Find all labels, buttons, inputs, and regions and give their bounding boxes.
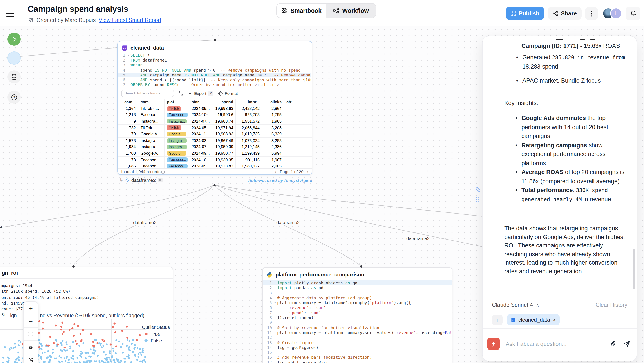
lock-canvas-button[interactable] (24, 340, 38, 353)
node-card-cleaned-data[interactable]: SQL cleaned_data 1∨SELECT *2FROM datafra… (117, 41, 312, 175)
fit-view-button[interactable] (24, 327, 38, 340)
view-smart-report-link[interactable]: View Latest Smart Report (99, 17, 161, 23)
code-line[interactable]: 3 (263, 290, 452, 295)
table-row[interactable]: 1,364TikTok - ...TikTok2024-09...19,993.… (118, 106, 312, 112)
code-line[interactable]: 14fig = go.Figure() (263, 345, 452, 350)
table-row[interactable]: 79Google A...Google ...2024-11-...19,968… (118, 131, 312, 138)
code-line[interactable]: 5∨platform_summary = dataframe2.groupby(… (263, 300, 452, 305)
search-table-columns-input[interactable] (121, 89, 174, 97)
zoom-in-button[interactable]: + (24, 302, 38, 315)
legend-item-false[interactable]: False (142, 338, 170, 343)
table-row[interactable]: 73Faceboo...Faceboo...2024-10-...19,930.… (118, 157, 312, 163)
code-line[interactable]: 15 (263, 350, 452, 355)
notifications-button[interactable] (626, 7, 640, 20)
code-line[interactable]: 4# Aggregate data by platform (ad group) (263, 295, 452, 300)
code-line[interactable]: 1∨SELECT * (118, 53, 312, 58)
avatar[interactable]: L (610, 8, 622, 19)
sql-code-editor[interactable]: 1∨SELECT *2FROM dataframe13WHERE4 spend … (118, 53, 312, 86)
code-line[interactable]: 17fig.add_trace(go.Bar( (263, 360, 452, 363)
table-row[interactable]: 1,578Instagra...Instagra...2024-03...19,… (118, 138, 312, 144)
code-line[interactable]: 1import plotly.graph_objects as go (263, 280, 452, 285)
prev-page-button[interactable]: ‹ (275, 169, 276, 174)
code-line[interactable]: 9 (263, 320, 452, 325)
edge-port[interactable] (360, 265, 362, 267)
share-button[interactable]: Share (548, 7, 582, 20)
clear-history-button[interactable]: Clear History (596, 302, 628, 308)
menu-icon[interactable] (6, 9, 17, 18)
next-page-button[interactable]: › (307, 169, 308, 174)
export-button[interactable]: Export ∨ (188, 90, 214, 96)
tab-workflow[interactable]: Workflow (326, 4, 376, 18)
edge-port[interactable] (214, 39, 216, 41)
run-workflow-button[interactable] (8, 33, 21, 46)
code-line[interactable]: 16# Add revenue bars (positive direction… (263, 355, 452, 360)
send-icon[interactable] (623, 340, 630, 347)
column-header[interactable]: star... (189, 99, 212, 105)
column-header[interactable]: spend (212, 99, 236, 105)
python-code-editor[interactable]: 1import plotly.graph_objects as go2impor… (263, 280, 452, 363)
scatter-point (109, 350, 111, 352)
column-header[interactable]: cam... (118, 99, 138, 105)
table-cell: 2024-07... (189, 144, 212, 150)
code-line[interactable]: 6 'revenue': 'sum', (263, 305, 452, 310)
edge-port[interactable] (72, 265, 74, 267)
tab-smartbook[interactable]: Smartbook (277, 4, 326, 18)
code-line[interactable]: 7 'spend': 'sum' (263, 310, 452, 315)
ask-fabi-input[interactable] (506, 340, 610, 347)
remove-chip-icon[interactable]: × (553, 317, 556, 323)
column-header[interactable]: plat... (164, 99, 189, 105)
format-button[interactable]: Format (218, 91, 238, 96)
code-line[interactable]: 10# Sort by revenue for better visualiza… (263, 325, 452, 330)
code-line[interactable]: 4 spend IS NOT NULL AND spend > 0 -- Rem… (118, 68, 312, 72)
code-line[interactable]: 13# Create figure (263, 340, 452, 345)
column-header[interactable]: clicks (262, 99, 284, 105)
smartbook-pin-icon[interactable] (475, 186, 481, 192)
table-row[interactable]: 9Instagra...Instagra...2024-07...19,988.… (118, 118, 312, 125)
export-chevron-icon[interactable]: ∨ (208, 90, 214, 96)
node-header[interactable]: SQL cleaned_data (118, 41, 312, 53)
table-row[interactable]: 1,984Instagra...Instagra...2024-07...19,… (118, 144, 312, 150)
scatter-point (72, 327, 73, 329)
expand-table-icon[interactable] (178, 91, 183, 96)
code-line[interactable]: 6 AND spend > {{spend_limit}} -- Keep on… (118, 77, 312, 82)
attachment-icon[interactable] (610, 340, 616, 347)
data-sources-button[interactable] (8, 70, 21, 84)
context-chip-cleaned-data[interactable]: SQL cleaned_data × (507, 314, 560, 325)
panel-edge-handle[interactable] (475, 174, 481, 218)
legend-item-true[interactable]: True (142, 331, 170, 336)
edge-port[interactable] (213, 184, 216, 186)
code-line[interactable]: 2FROM dataframe1 (118, 58, 312, 62)
column-header[interactable]: ctr (284, 99, 302, 105)
code-line[interactable]: 3WHERE (118, 63, 312, 68)
code-line[interactable]: 11platform_summary = platform_summary.so… (263, 330, 452, 335)
more-options-button[interactable]: ⋮ (585, 7, 598, 20)
output-dataframe-label[interactable]: dataframe2 (131, 177, 156, 183)
panel-scrollbar[interactable] (633, 249, 635, 289)
add-context-button[interactable]: + (492, 314, 502, 325)
zoom-out-button[interactable]: − (24, 315, 38, 327)
column-header[interactable]: impr... (236, 99, 262, 105)
code-line[interactable]: 12 (263, 335, 452, 340)
node-card-platform-performance[interactable]: platform_performance_comparison 1import … (262, 267, 452, 363)
table-row[interactable]: 1,218Faceboo...Faceboo...2024-10-...19,9… (118, 112, 312, 118)
panel-drag-grip-icon[interactable] (476, 197, 480, 202)
code-line[interactable]: 8}).reset_index() (263, 315, 452, 320)
chevron-up-icon: ∧ (536, 302, 539, 307)
shuffle-layout-button[interactable] (24, 353, 38, 363)
code-line[interactable]: 2import pandas as pd (263, 285, 452, 290)
code-line[interactable]: 7ORDER BY spend DESC; -- Order by spend … (118, 82, 312, 86)
add-node-button[interactable]: + (8, 52, 21, 65)
publish-button[interactable]: Publish (506, 7, 544, 20)
info-icon[interactable]: i (162, 171, 165, 174)
table-cell: 1,019,735 (236, 131, 262, 137)
table-row[interactable]: 1,685Faceboo...Faceboo...2024-05...19,92… (118, 163, 312, 169)
table-row[interactable]: 1,708Google A...Google ...2024-09...19,9… (118, 150, 312, 157)
table-row[interactable]: 732TikTok - ...TikTok2024-05...19,971.94… (118, 125, 312, 131)
code-line[interactable]: 5 AND campaign_name IS NOT NULL AND camp… (118, 73, 312, 77)
help-button[interactable]: ? (8, 91, 21, 104)
drag-grip-icon[interactable] (158, 178, 162, 182)
scatter-plot[interactable] (0, 319, 146, 363)
column-header[interactable]: cam... (138, 99, 164, 105)
model-selector[interactable]: Claude Sonnet 4 ∧ (492, 302, 539, 308)
node-header[interactable]: platform_performance_comparison (263, 268, 452, 280)
